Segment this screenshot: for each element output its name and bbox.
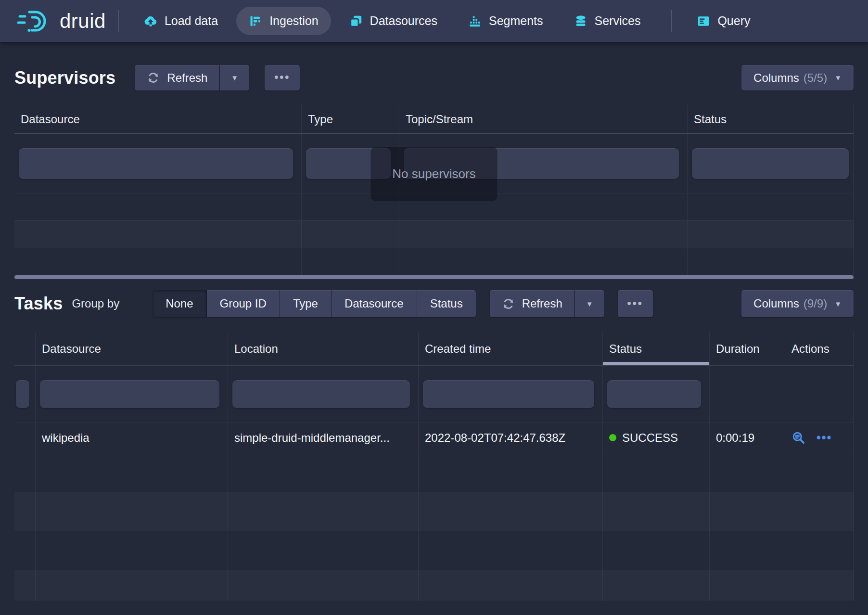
supervisors-more-button[interactable]: •••: [265, 65, 300, 90]
columns-count: (5/5): [804, 71, 827, 85]
task-status-cell: SUCCESS: [603, 423, 710, 453]
column-header-duration[interactable]: Duration: [710, 332, 785, 365]
nav-item-label: Services: [595, 14, 641, 28]
columns-count: (9/9): [804, 297, 827, 310]
supervisors-table: Datasource Type Topic/Stream Status No s…: [14, 105, 854, 275]
nav-item-datasources[interactable]: Datasources: [337, 7, 450, 35]
nav-item-query[interactable]: Query: [684, 7, 763, 35]
refresh-icon: [147, 71, 160, 84]
supervisors-refresh-button[interactable]: Refresh: [135, 65, 219, 90]
group-by-datasource-button[interactable]: Datasource: [332, 290, 417, 317]
nav-item-ingestion[interactable]: Ingestion: [236, 7, 331, 35]
supervisors-refresh-split-button: Refresh ▼: [135, 65, 249, 90]
group-by-button-group: None Group ID Type Datasource Status: [153, 290, 476, 317]
task-datasource-cell: wikipedia: [36, 423, 228, 453]
column-header-status[interactable]: Status: [688, 105, 854, 133]
ellipsis-icon: •••: [627, 298, 643, 309]
empty-table-row: [14, 570, 854, 601]
tasks-refresh-dropdown-button[interactable]: ▼: [574, 290, 604, 317]
filter-input-datasource[interactable]: [40, 380, 219, 408]
navbar-divider: [671, 10, 672, 32]
column-header-status-sorted[interactable]: Status: [603, 332, 710, 365]
filter-input-status[interactable]: [607, 380, 701, 408]
ellipsis-icon: •••: [274, 72, 290, 83]
task-id-cell: [14, 423, 36, 453]
tasks-title: Tasks: [14, 294, 63, 314]
gantt-chart-icon: [249, 14, 262, 28]
druid-logo-icon: [17, 8, 54, 34]
database-icon: [574, 14, 587, 28]
filter-input-location[interactable]: [232, 380, 410, 408]
horizontal-scrollbar[interactable]: [14, 275, 854, 279]
empty-table-row: [14, 453, 854, 492]
chevron-down-icon: ▼: [586, 300, 593, 308]
tasks-refresh-split-button: Refresh ▼: [490, 290, 604, 317]
tasks-table: Datasource Location Created time Status …: [14, 332, 854, 601]
nav-item-segments[interactable]: Segments: [456, 7, 556, 35]
columns-button-label: Columns: [753, 71, 799, 85]
empty-table-row: [14, 248, 854, 275]
task-detail-magnifier-icon[interactable]: [791, 431, 806, 445]
task-location-cell: simple-druid-middlemanager...: [228, 423, 419, 453]
tasks-filter-row: [14, 366, 854, 422]
empty-table-row: [14, 492, 854, 531]
columns-button-label: Columns: [753, 297, 799, 310]
supervisors-table-header-row: Datasource Type Topic/Stream Status: [14, 105, 854, 134]
bar-chart-icon: [468, 14, 482, 28]
nav-item-label: Segments: [489, 14, 543, 28]
chevron-down-icon: ▼: [231, 74, 238, 81]
task-status-text: SUCCESS: [622, 431, 678, 445]
stacked-squares-icon: [349, 14, 363, 28]
druid-logo-text: druid: [60, 10, 106, 33]
nav-item-load-data[interactable]: Load data: [131, 7, 230, 35]
nav-item-label: Query: [717, 14, 750, 28]
empty-table-row: [14, 220, 854, 248]
column-header-blank[interactable]: [14, 332, 36, 365]
task-actions-cell: •••: [785, 423, 854, 453]
group-by-type-button[interactable]: Type: [280, 290, 332, 317]
column-header-datasource[interactable]: Datasource: [14, 105, 302, 133]
chevron-down-icon: ▼: [834, 74, 842, 81]
task-row-wikipedia[interactable]: wikipedia simple-druid-middlemanager... …: [14, 422, 854, 453]
filter-input-status[interactable]: [692, 148, 849, 179]
column-header-created-time[interactable]: Created time: [419, 332, 603, 365]
group-by-group-id-button[interactable]: Group ID: [207, 290, 280, 317]
nav-item-label: Ingestion: [269, 14, 318, 28]
chevron-down-icon: ▼: [834, 300, 842, 308]
tasks-more-button[interactable]: •••: [618, 290, 653, 317]
supervisors-columns-button[interactable]: Columns (5/5) ▼: [741, 65, 854, 90]
nav-item-label: Datasources: [370, 14, 437, 28]
column-header-topic-stream[interactable]: Topic/Stream: [399, 105, 688, 133]
no-supervisors-message: No supervisors: [371, 147, 498, 201]
nav-item-services[interactable]: Services: [562, 7, 653, 35]
group-by-none-button[interactable]: None: [153, 290, 206, 317]
task-more-actions-icon[interactable]: •••: [817, 432, 832, 444]
group-by-status-button[interactable]: Status: [417, 290, 476, 317]
top-navbar: druid Load data Ingestion Datasources Se…: [0, 0, 868, 42]
refresh-button-label: Refresh: [522, 297, 562, 310]
task-created-time-cell: 2022-08-02T07:42:47.638Z: [419, 423, 603, 453]
column-header-type[interactable]: Type: [302, 105, 399, 133]
supervisors-title: Supervisors: [14, 68, 115, 88]
filter-input-created-time[interactable]: [423, 380, 594, 408]
tasks-refresh-button[interactable]: Refresh: [490, 290, 574, 317]
column-header-location[interactable]: Location: [228, 332, 419, 365]
supervisors-toolbar: Supervisors Refresh ▼ ••• Columns (5/5) …: [14, 65, 854, 90]
refresh-button-label: Refresh: [167, 71, 207, 85]
supervisors-refresh-dropdown-button[interactable]: ▼: [219, 65, 249, 90]
tasks-table-header-row: Datasource Location Created time Status …: [14, 332, 854, 366]
filter-input-datasource[interactable]: [19, 148, 293, 179]
cloud-upload-icon: [144, 14, 157, 28]
column-header-actions[interactable]: Actions: [785, 332, 854, 365]
task-duration-cell: 0:00:19: [710, 423, 785, 453]
success-status-dot: [609, 434, 616, 441]
group-by-label: Group by: [72, 297, 119, 310]
navbar-divider: [118, 10, 119, 32]
empty-table-row: [14, 531, 854, 570]
refresh-icon: [502, 297, 515, 310]
column-header-datasource[interactable]: Datasource: [36, 332, 228, 365]
druid-logo[interactable]: druid: [17, 8, 106, 34]
filter-input-task-id[interactable]: [16, 380, 29, 408]
tasks-columns-button[interactable]: Columns (9/9) ▼: [741, 290, 854, 317]
query-document-icon: [697, 14, 710, 28]
